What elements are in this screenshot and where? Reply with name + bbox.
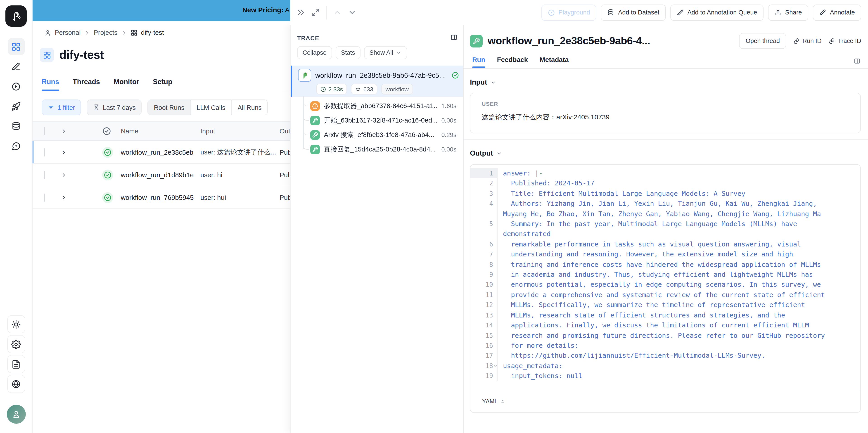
user-avatar[interactable]	[6, 405, 26, 424]
next-run-icon[interactable]	[348, 8, 356, 17]
success-status-icon	[103, 171, 112, 179]
yaml-code-viewer[interactable]: 1answer: |-2 Published: 2024-05-173 Titl…	[470, 165, 860, 390]
docs-button[interactable]	[7, 355, 25, 373]
stats-button[interactable]: Stats	[336, 46, 361, 59]
runs-list-area: New Pricing: A Personal Projects dify-te…	[32, 0, 290, 433]
run-id-link[interactable]: Run ID	[794, 37, 822, 44]
message-role-label: USER	[482, 101, 498, 107]
sidebar-item-projects[interactable]	[7, 38, 25, 55]
breadcrumb-projects[interactable]: Projects	[94, 29, 117, 36]
column-header-output[interactable]: Output	[280, 127, 290, 134]
line-number: 2	[470, 178, 498, 189]
web-button[interactable]	[7, 375, 25, 393]
open-thread-button[interactable]: Open thread	[739, 33, 786, 49]
sidebar-item-annotation[interactable]	[7, 58, 25, 75]
playground-button[interactable]: Playground	[541, 4, 596, 21]
segment-llm-calls[interactable]: LLM Calls	[191, 100, 231, 115]
theme-toggle[interactable]	[7, 315, 25, 333]
sidebar-item-deployments[interactable]	[7, 98, 25, 115]
expand-fullscreen-icon[interactable]	[311, 8, 320, 17]
detail-tab-run[interactable]: Run	[472, 56, 485, 68]
panel-layout-icon[interactable]	[854, 57, 861, 65]
row-checkbox[interactable]	[44, 193, 45, 202]
annotate-button[interactable]: Annotate	[813, 4, 862, 21]
run-title: workflow_run_2e38c5eb-9ab6-4...	[488, 35, 650, 47]
date-range-chip[interactable]: Last 7 days	[87, 99, 142, 115]
expand-row-icon[interactable]	[61, 194, 67, 200]
sidebar-item-datasets[interactable]	[7, 118, 25, 135]
format-selector[interactable]: YAML	[482, 398, 505, 405]
breadcrumb-project-name[interactable]: dify-test	[141, 29, 164, 36]
row-checkbox[interactable]	[44, 171, 45, 179]
trace-child-node[interactable]: 开始_63bb1617-32f8-471c-ac16-0ed...0.00s	[291, 113, 464, 127]
success-status-icon	[103, 148, 112, 156]
share-button[interactable]: Share	[768, 4, 808, 21]
sidebar-item-feedback[interactable]	[7, 137, 25, 155]
grid-icon	[43, 51, 51, 59]
document-icon	[11, 359, 21, 369]
previous-run-icon[interactable]	[333, 8, 341, 17]
trace-child-node[interactable]: Arxiv 搜索_ef8f6eb3-1fe8-47a6-ab4...0.29s	[291, 127, 464, 142]
segment-root-runs[interactable]: Root Runs	[148, 100, 191, 115]
run-name-cell[interactable]: workflow_run_d1d89b1e	[121, 171, 194, 178]
segment-all-runs[interactable]: All Runs	[231, 100, 268, 115]
detail-tab-feedback[interactable]: Feedback	[497, 56, 528, 68]
app-window: New Pricing: A Personal Projects dify-te…	[0, 0, 868, 433]
code-line: 8 training and inference costs have hind…	[470, 259, 860, 270]
panel-layout-icon[interactable]	[450, 33, 458, 41]
row-checkbox[interactable]	[44, 148, 45, 156]
detail-tab-metadata[interactable]: Metadata	[539, 56, 568, 68]
code-line: 9 in academia and industry. Thus, studyi…	[470, 270, 860, 280]
input-card: USER 这篇论文讲了什么内容：arXiv:2405.10739	[470, 93, 861, 133]
database-icon	[11, 121, 21, 131]
input-section-header[interactable]: Input	[470, 78, 496, 86]
trace-child-duration: 0.29s	[441, 131, 456, 138]
output-code-card: 1answer: |-2 Published: 2024-05-173 Titl…	[470, 164, 861, 413]
collapse-button[interactable]: Collapse	[297, 46, 332, 59]
langsmith-logo[interactable]	[5, 5, 27, 27]
add-to-annotation-queue-button[interactable]: Add to Annotation Queue	[670, 4, 763, 21]
settings-button[interactable]	[7, 335, 25, 353]
run-name-cell[interactable]: workflow_run_2e38c5eb	[121, 149, 193, 156]
filter-chip[interactable]: 1 filter	[41, 99, 81, 115]
code-text: usage_metadata:	[498, 361, 860, 371]
expand-row-icon[interactable]	[61, 149, 67, 155]
add-to-dataset-button[interactable]: Add to Dataset	[601, 4, 666, 21]
code-text: training and inference costs have hinder…	[498, 259, 860, 270]
table-row[interactable]: workflow_run_d1d89b1euser: hiPub	[32, 164, 290, 186]
run-name-cell[interactable]: workflow_run_769b5945	[121, 194, 194, 201]
column-header-name[interactable]: Name	[121, 127, 138, 134]
wrench-icon	[473, 37, 480, 44]
select-all-checkbox[interactable]	[44, 127, 45, 135]
play-circle-icon	[548, 9, 555, 16]
fold-chevron-icon[interactable]	[493, 363, 498, 368]
trace-child-node[interactable]: 直接回复_15d4ca25-0b28-4c0a-8d4...0.00s	[291, 142, 464, 156]
trace-child-node[interactable]: 参数提取器_abb67378-84c6-4151-a1...1.60s	[291, 99, 464, 113]
trace-root-node[interactable]: workflow_run_2e38c5eb-9ab6-47ab-9c5... 2…	[291, 66, 464, 97]
code-line: 1answer: |-	[470, 168, 860, 178]
code-text: in academia and industry. Thus, studying…	[498, 270, 860, 280]
play-circle-icon	[11, 82, 21, 91]
table-row[interactable]: workflow_run_2e38c5ebuser: 这篇论文讲了什么...Pu…	[32, 141, 290, 164]
sidebar-item-playground[interactable]	[7, 78, 25, 95]
code-line: 2 Published: 2024-05-17	[470, 178, 860, 189]
breadcrumb-personal[interactable]: Personal	[55, 29, 81, 36]
chevron-right-icon[interactable]	[61, 128, 67, 134]
success-status-badge	[102, 147, 113, 158]
expand-row-icon[interactable]	[61, 172, 67, 178]
token-count-badge: 633	[351, 84, 377, 94]
trace-tree: workflow_run_2e38c5eb-9ab6-47ab-9c5... 2…	[291, 66, 464, 156]
tab-runs[interactable]: Runs	[41, 78, 59, 91]
table-row[interactable]: workflow_run_769b5945user: huiPub	[32, 186, 290, 209]
show-all-button[interactable]: Show All	[364, 46, 407, 59]
pricing-banner[interactable]: New Pricing: A	[32, 0, 290, 21]
success-status-icon	[103, 193, 112, 202]
column-header-input[interactable]: Input	[200, 127, 215, 134]
collapse-panel-icon[interactable]	[296, 8, 305, 17]
trace-id-link[interactable]: Trace ID	[829, 37, 861, 44]
code-text: applications. Finally, we discuss the li…	[498, 320, 860, 330]
output-section-header[interactable]: Output	[470, 149, 502, 157]
tab-threads[interactable]: Threads	[73, 78, 100, 91]
tab-setup[interactable]: Setup	[153, 78, 172, 91]
tab-monitor[interactable]: Monitor	[114, 78, 139, 91]
